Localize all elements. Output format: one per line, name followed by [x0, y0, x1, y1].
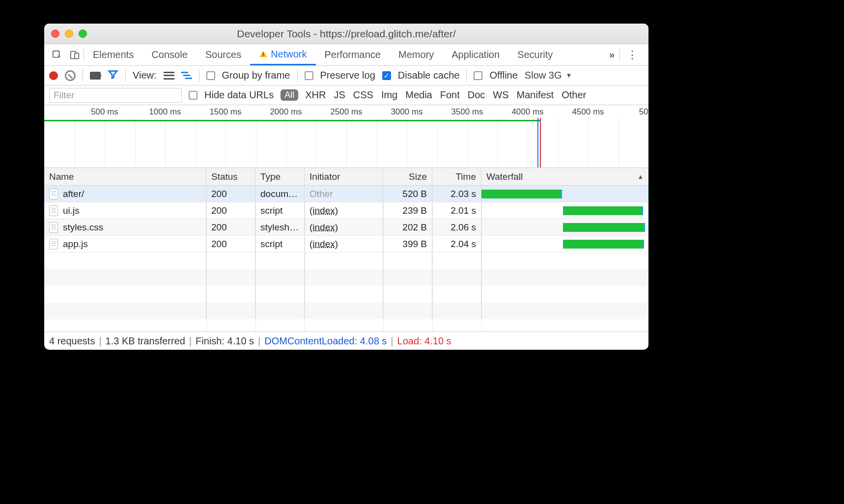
sort-asc-icon: ▲ — [637, 173, 644, 180]
large-rows-icon[interactable] — [164, 72, 174, 80]
more-panels-icon[interactable]: » — [604, 49, 619, 60]
zoom-window-button[interactable] — [79, 29, 87, 38]
clear-button[interactable] — [65, 70, 76, 81]
window-title: Developer Tools - https://preload.glitch… — [44, 28, 648, 40]
table-row[interactable]: app.js200script(index)399 B2.04 s — [44, 236, 648, 252]
preserve-log-checkbox[interactable] — [305, 71, 313, 80]
group-by-frame-checkbox[interactable] — [206, 71, 215, 80]
request-type: docum… — [255, 186, 305, 202]
overview-tick: 500 ms — [91, 107, 118, 117]
request-waterfall — [481, 236, 648, 252]
request-time: 2.01 s — [432, 202, 481, 219]
overview-tick: 3500 ms — [451, 107, 483, 117]
hide-data-urls-checkbox[interactable] — [189, 91, 197, 100]
filter-type-js[interactable]: JS — [334, 89, 345, 101]
group-by-frame-label: Group by frame — [222, 70, 290, 81]
col-type[interactable]: Type — [255, 168, 305, 185]
titlebar: Developer Tools - https://preload.glitch… — [44, 24, 648, 44]
request-time: 2.04 s — [432, 236, 481, 252]
tab-console[interactable]: Console — [142, 44, 196, 65]
warning-icon — [259, 50, 268, 58]
divider — [466, 69, 467, 82]
filter-input[interactable]: Filter — [49, 88, 182, 103]
overview-tick: 2500 ms — [330, 107, 362, 117]
filter-type-css[interactable]: CSS — [353, 89, 373, 101]
filter-type-doc[interactable]: Doc — [468, 89, 485, 101]
waterfall-view-icon[interactable] — [181, 72, 192, 80]
col-time[interactable]: Time — [432, 168, 481, 185]
svg-rect-3 — [263, 53, 264, 55]
summary-finish: Finish: 4.10 s — [196, 336, 254, 347]
filter-toggle-icon[interactable] — [108, 69, 118, 83]
file-icon — [49, 205, 58, 216]
filter-bar: Filter Hide data URLs All XHRJSCSSImgMed… — [44, 85, 648, 105]
screenshots-icon[interactable] — [90, 72, 101, 80]
throttling-select[interactable]: Slow 3G ▼ — [525, 70, 572, 81]
filter-type-other[interactable]: Other — [562, 89, 586, 101]
request-type: stylesh… — [255, 219, 305, 235]
col-initiator[interactable]: Initiator — [305, 168, 383, 185]
tab-network[interactable]: Network — [250, 44, 315, 65]
filter-type-media[interactable]: Media — [405, 89, 432, 101]
divider — [199, 69, 199, 82]
offline-checkbox[interactable] — [474, 71, 482, 80]
tab-elements[interactable]: Elements — [84, 44, 142, 65]
load-marker — [540, 118, 541, 168]
divider — [297, 69, 298, 82]
settings-menu-icon[interactable]: ⋮ — [620, 49, 645, 61]
tab-sources[interactable]: Sources — [197, 44, 250, 65]
tab-memory[interactable]: Memory — [390, 44, 443, 65]
request-size: 239 B — [383, 202, 432, 219]
col-size[interactable]: Size — [383, 168, 432, 185]
overview-timeline[interactable]: 500 ms1000 ms1500 ms2000 ms2500 ms3000 m… — [44, 105, 648, 168]
hide-data-urls-label: Hide data URLs — [204, 89, 274, 101]
summary-transferred: 1.3 KB transferred — [106, 336, 185, 347]
request-status: 200 — [206, 202, 255, 219]
table-header: Name Status Type Initiator Size Time Wat… — [44, 168, 648, 186]
close-window-button[interactable] — [51, 29, 59, 38]
request-initiator-link[interactable]: (index) — [309, 205, 338, 216]
device-toolbar-icon[interactable] — [66, 46, 84, 64]
disable-cache-checkbox[interactable]: ✓ — [382, 71, 391, 80]
table-row[interactable]: styles.css200stylesh…(index)202 B2.06 s — [44, 219, 648, 236]
col-name[interactable]: Name — [44, 168, 206, 185]
devtools-window: Developer Tools - https://preload.glitch… — [44, 24, 648, 350]
divider — [125, 69, 126, 82]
request-type: script — [255, 236, 305, 252]
request-waterfall — [481, 219, 648, 235]
overview-tick: 1000 ms — [149, 107, 181, 117]
overview-tick: 3000 ms — [391, 107, 422, 117]
request-time: 2.06 s — [432, 219, 481, 235]
filter-type-manifest[interactable]: Manifest — [517, 89, 554, 101]
svg-rect-4 — [263, 56, 264, 56]
filter-type-font[interactable]: Font — [440, 89, 460, 101]
file-icon — [49, 189, 58, 199]
view-label: View: — [133, 70, 157, 81]
filter-type-xhr[interactable]: XHR — [305, 89, 326, 101]
table-row[interactable]: ui.js200script(index)239 B2.01 s — [44, 202, 648, 219]
requests-table: Name Status Type Initiator Size Time Wat… — [44, 168, 648, 332]
request-status: 200 — [206, 236, 255, 252]
disable-cache-label: Disable cache — [398, 70, 460, 81]
tab-application[interactable]: Application — [443, 44, 508, 65]
summary-load: Load: 4.10 s — [397, 336, 451, 347]
col-waterfall[interactable]: Waterfall▲ — [481, 168, 648, 185]
col-status[interactable]: Status — [206, 168, 255, 185]
request-waterfall — [481, 202, 648, 219]
tab-performance[interactable]: Performance — [316, 44, 390, 65]
record-button[interactable] — [49, 71, 58, 80]
tab-security[interactable]: Security — [508, 44, 562, 65]
filter-all-pill[interactable]: All — [281, 89, 298, 101]
request-initiator-link[interactable]: (index) — [309, 222, 338, 233]
request-initiator-link[interactable]: (index) — [309, 239, 338, 250]
filter-type-ws[interactable]: WS — [493, 89, 508, 101]
summary-bar: 4 requests| 1.3 KB transferred| Finish: … — [44, 332, 648, 350]
throttling-value: Slow 3G — [525, 70, 562, 81]
inspect-element-icon[interactable] — [48, 46, 66, 64]
chevron-down-icon: ▼ — [565, 72, 572, 79]
filter-type-img[interactable]: Img — [381, 89, 397, 101]
window-controls — [44, 29, 87, 38]
request-size: 202 B — [383, 219, 432, 235]
minimize-window-button[interactable] — [65, 29, 73, 38]
table-row[interactable]: after/200docum…Other520 B2.03 s — [44, 186, 648, 202]
